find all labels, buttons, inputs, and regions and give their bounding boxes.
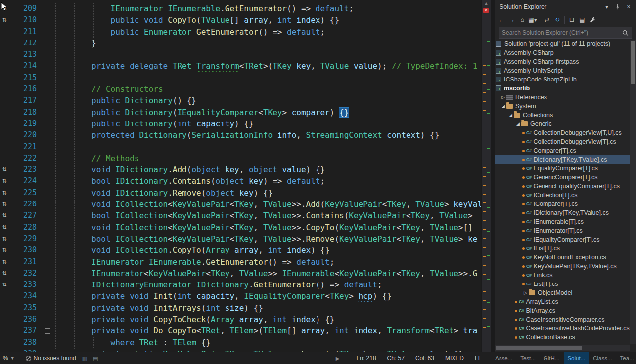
code-line[interactable]: 234 private void Init(int capacity, IEqu… xyxy=(0,290,482,302)
code-line[interactable]: 238 where TRet : TElem {} xyxy=(0,337,482,348)
code-lines[interactable]: ⇅209 IEnumerator IEnumerable.GetEnumerat… xyxy=(0,3,482,352)
code-text[interactable]: private void Do_CopyTo<TRet, TElem>(TEle… xyxy=(53,325,482,336)
code-line[interactable]: 218 public Dictionary(IEqualityComparer<… xyxy=(0,107,482,118)
code-text[interactable]: bool ICollection<KeyValuePair<TKey, TVal… xyxy=(53,233,482,244)
play-icon[interactable]: ▶ xyxy=(336,356,340,361)
line-number[interactable]: 237 xyxy=(9,325,42,336)
tree-item[interactable]: C#CollectionDebuggerView[T,U].cs xyxy=(495,128,630,137)
code-text[interactable]: void ICollection.CopyTo(Array array, int… xyxy=(53,244,482,256)
tree-item[interactable]: C#Link.cs xyxy=(495,271,630,280)
back-icon[interactable]: ← xyxy=(497,15,506,25)
tree-item[interactable]: ▷ObjectModel xyxy=(495,288,630,297)
tree-item[interactable]: C#KeyValuePair[TKey,TValue].cs xyxy=(495,262,630,271)
code-line[interactable]: ⇅233 IDictionaryEnumerator IDictionary.G… xyxy=(0,279,482,290)
line-number[interactable]: 210 xyxy=(9,14,42,26)
tree-item[interactable]: C#List[T].cs xyxy=(495,280,630,288)
code-text[interactable]: where TRet : TElem {} xyxy=(53,337,482,348)
code-line[interactable]: ⇅229 bool ICollection<KeyValuePair<TKey,… xyxy=(0,233,482,244)
code-line[interactable]: ⇅209 IEnumerator IEnumerable.GetEnumerat… xyxy=(0,3,482,14)
code-text[interactable]: IEnumerator IEnumerable.GetEnumerator() … xyxy=(53,3,482,14)
line-number[interactable]: 228 xyxy=(9,222,42,233)
line-number[interactable]: 219 xyxy=(9,118,42,129)
column-indicator[interactable]: Col: 63 xyxy=(415,355,434,362)
line-number[interactable]: 232 xyxy=(9,268,42,279)
search-input[interactable]: Search Solution Explorer (Ctrl+") xyxy=(499,27,632,39)
tree-item[interactable]: C#BitArray.cs xyxy=(495,306,630,315)
code-text[interactable]: void ICollection<KeyValuePair<TKey, TVal… xyxy=(53,199,482,210)
line-number[interactable]: 239 xyxy=(9,348,42,352)
code-text[interactable]: private void InitArrays(int size) {} xyxy=(53,302,482,314)
code-line[interactable]: 222 // Methods xyxy=(0,153,482,164)
tree-item[interactable]: ◢Generic xyxy=(495,120,630,128)
show-all-files-icon[interactable]: ▤ xyxy=(577,15,587,25)
line-number[interactable]: 238 xyxy=(9,337,42,348)
line-number[interactable]: 211 xyxy=(9,26,42,38)
collapse-arrow-icon[interactable]: ◢ xyxy=(500,104,506,109)
code-text[interactable]: // Constructors xyxy=(53,83,482,95)
zoom-control[interactable]: % ▼ xyxy=(3,355,15,362)
interface-implementation-icon[interactable]: ⇅ xyxy=(0,268,9,279)
code-line[interactable]: ⇅231 IEnumerator IEnumerable.GetEnumerat… xyxy=(0,256,482,268)
code-line[interactable]: 220 protected Dictionary(SerializationIn… xyxy=(0,129,482,141)
search-icon[interactable] xyxy=(622,30,629,36)
line-number[interactable]: 236 xyxy=(9,314,42,325)
code-line[interactable]: 235 private void InitArrays(int size) {} xyxy=(0,302,482,314)
code-line[interactable]: ⇅224 bool IDictionary.Contains(object ke… xyxy=(0,175,482,187)
code-text[interactable]: } xyxy=(53,38,482,49)
tree-item[interactable]: C#KeyNotFoundException.cs xyxy=(495,253,630,262)
panel-vertical-scrollbar[interactable] xyxy=(630,40,636,344)
interface-implementation-icon[interactable]: ⇅ xyxy=(0,233,9,244)
tree-item[interactable]: C#GenericComparer[T].cs xyxy=(495,173,630,182)
code-line[interactable]: 211 public Enumerator GetEnumerator() =>… xyxy=(0,26,482,38)
code-line[interactable]: ⇅232 IEnumerator<KeyValuePair<TKey, TVal… xyxy=(0,268,482,279)
code-line[interactable]: 239 private static KeyValuePair<TKey, TV… xyxy=(0,348,482,352)
code-text[interactable]: public void CopyTo(TValue[] array, int i… xyxy=(53,14,482,26)
code-text[interactable]: public Dictionary() {} xyxy=(53,95,482,106)
tree-item[interactable]: ▷References xyxy=(495,93,630,102)
line-indicator[interactable]: Ln: 218 xyxy=(357,355,376,362)
code-line[interactable]: ⇅210 public void CopyTo(TValue[] array, … xyxy=(0,14,482,26)
code-line[interactable]: ⇅225 void IDictionary.Remove(object key)… xyxy=(0,187,482,199)
line-number[interactable]: 225 xyxy=(9,187,42,199)
code-text[interactable] xyxy=(53,72,482,83)
switch-views-icon[interactable]: ▦▾ xyxy=(528,15,538,25)
code-text[interactable] xyxy=(53,49,482,60)
line-number[interactable]: 221 xyxy=(9,141,42,153)
sync-status-icon[interactable]: ▤ xyxy=(93,355,98,362)
code-text[interactable]: private void CopyToCheck(Array array, in… xyxy=(53,314,482,325)
forward-icon[interactable]: → xyxy=(507,15,517,25)
tree-item[interactable]: C#CaseInsensitiveComparer.cs xyxy=(495,315,630,324)
interface-implementation-icon[interactable]: ⇅ xyxy=(0,256,9,268)
line-number[interactable]: 214 xyxy=(9,60,42,72)
tree-item[interactable]: C#CollectionBase.cs xyxy=(495,333,630,342)
code-text[interactable]: private void Init(int capacity, IEqualit… xyxy=(53,290,482,302)
tool-window-tab[interactable]: GitH... xyxy=(540,352,563,364)
code-line[interactable]: 236 private void CopyToCheck(Array array… xyxy=(0,314,482,325)
code-line[interactable]: 237− private void Do_CopyTo<TRet, TElem>… xyxy=(0,325,482,336)
collapse-arrow-icon[interactable]: ◢ xyxy=(507,113,514,118)
line-number[interactable]: 223 xyxy=(9,164,42,175)
line-number[interactable]: 229 xyxy=(9,233,42,244)
tree-item[interactable]: Assembly-CSharp-firstpass xyxy=(495,57,630,66)
code-line[interactable]: 214 private delegate TRet Transform<TRet… xyxy=(0,60,482,72)
home-icon[interactable]: ⌂ xyxy=(517,15,527,25)
tree-item[interactable]: C#CaseInsensitiveHashCodeProvider.cs xyxy=(495,324,630,333)
tool-window-tab[interactable]: Test... xyxy=(517,352,539,364)
line-number[interactable]: 218 xyxy=(9,107,42,118)
line-ending-indicator[interactable]: MIXED xyxy=(445,355,464,362)
tool-window-tab[interactable]: Class... xyxy=(590,352,615,364)
code-line[interactable]: 216 // Constructors xyxy=(0,83,482,95)
code-line[interactable]: 219 public Dictionary(int capacity) {} xyxy=(0,118,482,129)
line-number[interactable]: 234 xyxy=(9,290,42,302)
tree-item[interactable]: ICSharpCode.SharpZipLib xyxy=(495,75,630,84)
scrollbar-thumb[interactable] xyxy=(496,346,582,350)
line-number[interactable]: 212 xyxy=(9,38,42,49)
scrollbar-thumb[interactable] xyxy=(631,41,635,84)
code-text[interactable]: private delegate TRet Transform<TRet>(TK… xyxy=(53,60,482,72)
tree-item[interactable]: C#ICollection[T].cs xyxy=(495,191,630,200)
tree-item[interactable]: C#IComparer[T].cs xyxy=(495,200,630,208)
code-text[interactable] xyxy=(53,141,482,153)
fold-collapse-icon[interactable]: − xyxy=(45,328,50,334)
code-text[interactable]: // Methods xyxy=(53,153,482,164)
tree-item[interactable]: C#EqualityComparer[T].cs xyxy=(495,164,630,173)
